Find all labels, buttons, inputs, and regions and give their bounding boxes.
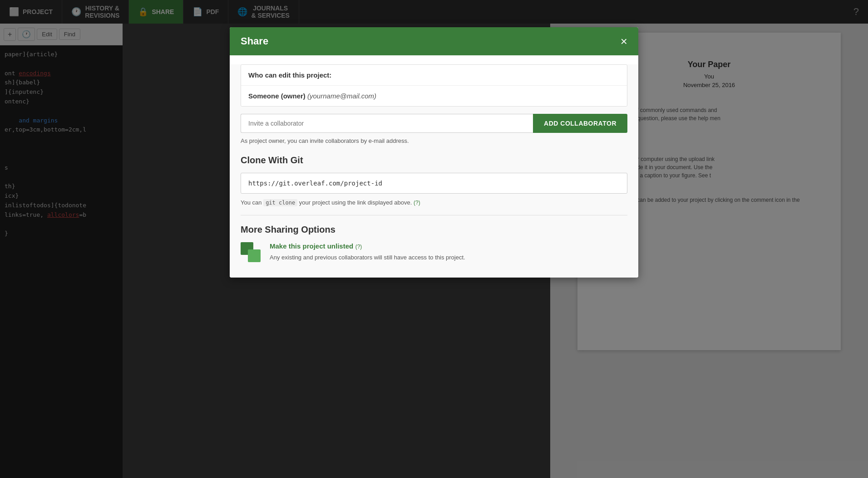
share-modal: Share × Who can edit this project: Someo… bbox=[230, 27, 638, 278]
make-unlisted-link[interactable]: Make this project unlisted bbox=[270, 242, 353, 250]
sharing-squares bbox=[241, 242, 261, 262]
sharing-section-title: More Sharing Options bbox=[241, 224, 627, 235]
invite-collaborator-input[interactable] bbox=[241, 114, 533, 133]
git-url-display[interactable]: https://git.overleaf.com/project-id bbox=[241, 173, 627, 194]
git-help-link[interactable]: (?) bbox=[414, 200, 420, 206]
invite-hint: As project owner, you can invite collabo… bbox=[241, 137, 627, 144]
sharing-icon bbox=[241, 242, 262, 264]
sharing-help-badge[interactable]: (?) bbox=[355, 244, 362, 250]
edit-section-header: Who can edit this project: bbox=[241, 65, 627, 86]
section-divider bbox=[241, 215, 627, 215]
sharing-description: Any existing and previous collaborators … bbox=[270, 253, 627, 262]
user-email: (yourname@mail.com) bbox=[307, 92, 376, 100]
clone-section-title: Clone With Git bbox=[241, 155, 627, 166]
close-modal-button[interactable]: × bbox=[621, 35, 627, 47]
git-clone-code: git clone bbox=[263, 199, 297, 206]
git-hint-suffix: your project using the link displayed ab… bbox=[297, 199, 412, 206]
edit-section-user: Someone (owner) (yourname@mail.com) bbox=[241, 86, 627, 106]
modal-overlay: Share × Who can edit this project: Someo… bbox=[0, 0, 868, 478]
invite-row: ADD COLLABORATOR bbox=[241, 114, 627, 133]
modal-header: Share × bbox=[230, 27, 638, 55]
git-hint-prefix: You can bbox=[241, 199, 263, 206]
square-front bbox=[248, 249, 261, 262]
modal-title: Share bbox=[241, 35, 268, 47]
edit-section: Who can edit this project: Someone (owne… bbox=[241, 64, 627, 107]
sharing-text-area: Make this project unlisted (?) Any exist… bbox=[270, 242, 627, 262]
modal-body: Who can edit this project: Someone (owne… bbox=[230, 64, 638, 278]
sharing-option: Make this project unlisted (?) Any exist… bbox=[241, 242, 627, 264]
user-name: Someone (owner) bbox=[248, 92, 306, 100]
git-hint: You can git clone your project using the… bbox=[241, 199, 627, 206]
add-collaborator-button[interactable]: ADD COLLABORATOR bbox=[533, 114, 627, 133]
